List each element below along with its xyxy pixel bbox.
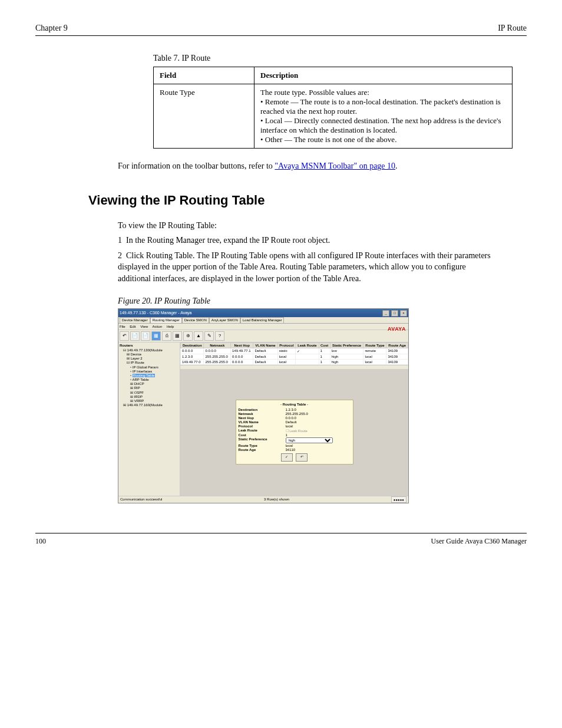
table-caption: Table 7. IP Route	[153, 54, 527, 63]
app-window: 149.49.77.130 - C360 Manager - Avaya _ □…	[118, 308, 409, 503]
grid-col[interactable]: Route Age	[386, 342, 408, 348]
form-label: Leak Route	[239, 429, 286, 433]
toolbar-btn-1[interactable]: ↶	[120, 331, 129, 341]
form-label: Route Type	[239, 444, 286, 447]
form-value: 255.255.255.0	[286, 412, 351, 416]
status-left: Communication successful	[120, 496, 162, 503]
nav-tree[interactable]: Routers ⊟ 149.49.77.130(Module ⊞ Device …	[118, 342, 180, 496]
form-label: Static Preference	[239, 437, 286, 443]
related-info: For information on the toolbar buttons, …	[118, 160, 491, 172]
form-label: Cost	[239, 433, 286, 437]
menu-action[interactable]: Action	[153, 325, 163, 328]
grid-col[interactable]: Next Hop	[230, 342, 253, 348]
brand-logo: AVAYA	[388, 326, 406, 332]
form-label: Destination	[239, 408, 286, 411]
form-title: - Routing Table -	[239, 403, 351, 406]
tab-load-balancing[interactable]: Load Balancing Manager	[240, 317, 285, 323]
close-button[interactable]: ×	[400, 310, 407, 317]
form-value: 34110	[286, 448, 351, 452]
menu-edit[interactable]: Edit	[130, 325, 135, 328]
footer-right: User Guide Avaya C360 Manager	[431, 537, 527, 546]
th-field: Field	[154, 67, 254, 84]
form-label: VLAN Name	[239, 420, 286, 424]
related-link[interactable]: "Avaya MSNM Toolbar" on page 10	[275, 162, 395, 170]
cell-field: Route Type	[154, 84, 254, 149]
footer-left: 100	[35, 537, 46, 546]
toolbar-btn-4[interactable]: ▦	[151, 331, 161, 341]
form-value: 0.0.0.0	[286, 416, 351, 420]
grid-row[interactable]: 149.49.77.0255.255.255.00.0.0.0Defaultlo…	[181, 359, 408, 364]
toolbar-btn-9[interactable]: ✎	[204, 331, 214, 341]
form-label: Netmask	[239, 412, 286, 416]
toolbar-btn-7[interactable]: ⊕	[183, 331, 193, 341]
window-titlebar: 149.49.77.130 - C360 Manager - Avaya _ □…	[118, 309, 408, 317]
section-heading: Viewing the IP Routing Table	[88, 193, 527, 208]
grid-scrollbar[interactable]	[180, 365, 408, 369]
form-value: high	[286, 437, 351, 443]
page-header: Chapter 9 IP Route	[35, 24, 527, 36]
tab-row: Device Manager Routing Manager Device SM…	[118, 317, 408, 324]
th-desc: Description	[254, 67, 513, 84]
form-value: ☐ Leak Route	[286, 429, 351, 433]
tree-header: Routers	[120, 344, 178, 348]
tab-anylayer-smon[interactable]: AnyLayer SMON	[209, 317, 240, 323]
toolbar-btn-3[interactable]: 📄	[141, 331, 150, 341]
form-label: Protocol	[239, 424, 286, 428]
grid-col[interactable]: Static Preference	[330, 342, 363, 348]
tab-routing-manager[interactable]: Routing Manager	[150, 317, 182, 323]
grid-col[interactable]: Destination	[181, 342, 204, 348]
toolbar-btn-5[interactable]: ⎙	[162, 331, 171, 341]
cell-desc: The route type. Possible values are: • R…	[254, 84, 513, 149]
header-right: IP Route	[498, 24, 527, 33]
menu-file[interactable]: File	[120, 325, 125, 328]
menu-help[interactable]: Help	[167, 325, 174, 328]
status-tray: ●●●●●	[391, 496, 406, 503]
toolbar: ↶ 📄 📄 ▦ ⎙ ▦ ⊕ ▲ ✎ ?	[118, 330, 408, 342]
status-center: 3 Row(s) shown	[264, 496, 289, 503]
static-preference-select[interactable]: high	[286, 437, 333, 443]
form-value: Default	[286, 420, 351, 424]
toolbar-btn-8[interactable]: ▲	[194, 331, 203, 341]
steps: 1 In the Routing Manager tree, expand th…	[118, 235, 491, 284]
ip-route-table: Field Description Route Type The route t…	[153, 67, 513, 149]
page-footer: 100 User Guide Avaya C360 Manager	[35, 533, 527, 546]
intro-text: To view the IP Routing Table:	[118, 220, 491, 232]
grid-col[interactable]: Route Type	[363, 342, 386, 348]
form-label: Route Age	[239, 448, 286, 452]
tree-item-routing-table[interactable]: Routing Table	[133, 374, 156, 377]
minimize-button[interactable]: _	[382, 310, 389, 317]
menu-view[interactable]: View	[140, 325, 148, 328]
figure-caption: Figure 20. IP Routing Table	[118, 297, 527, 306]
maximize-button[interactable]: □	[391, 310, 398, 317]
header-left: Chapter 9	[35, 24, 68, 32]
grid-col[interactable]: Netmask	[204, 342, 230, 348]
form-value: 1	[286, 433, 351, 437]
tab-device-manager[interactable]: Device Manager	[120, 317, 150, 323]
grid-row[interactable]: 1.2.3.0255.255.255.00.0.0.0Defaultlocal1…	[181, 354, 408, 359]
form-value: local	[286, 444, 351, 447]
form-label: Next Hop	[239, 416, 286, 420]
table-row: Route Type The route type. Possible valu…	[154, 84, 513, 149]
grid-col[interactable]: Leak Route	[296, 342, 319, 348]
form-value: local	[286, 424, 351, 428]
routing-grid[interactable]: DestinationNetmaskNext HopVLAN NameProto…	[180, 342, 408, 365]
form-value: 1.2.3.0	[286, 408, 351, 411]
routing-form: - Routing Table - Destination1.2.3.0Netm…	[236, 400, 353, 465]
grid-row[interactable]: 0.0.0.00.0.0.0149.49.77.1Defaultstatic✓1…	[181, 348, 408, 354]
menubar: File Edit View Action Help	[118, 324, 408, 330]
tab-device-smon[interactable]: Device SMON	[182, 317, 209, 323]
grid-col[interactable]: Cost	[319, 342, 330, 348]
status-bar: Communication successful 3 Row(s) shown …	[118, 496, 408, 503]
grid-col[interactable]: VLAN Name	[253, 342, 277, 348]
grid-col[interactable]: Protocol	[277, 342, 296, 348]
window-title: 149.49.77.130 - C360 Manager - Avaya	[120, 309, 191, 317]
form-undo-button[interactable]: ↶	[296, 453, 308, 462]
toolbar-btn-2[interactable]: 📄	[130, 331, 140, 341]
toolbar-btn-6[interactable]: ▦	[173, 331, 182, 341]
toolbar-btn-help[interactable]: ?	[215, 331, 224, 341]
form-ok-button[interactable]: ✓	[281, 453, 293, 462]
